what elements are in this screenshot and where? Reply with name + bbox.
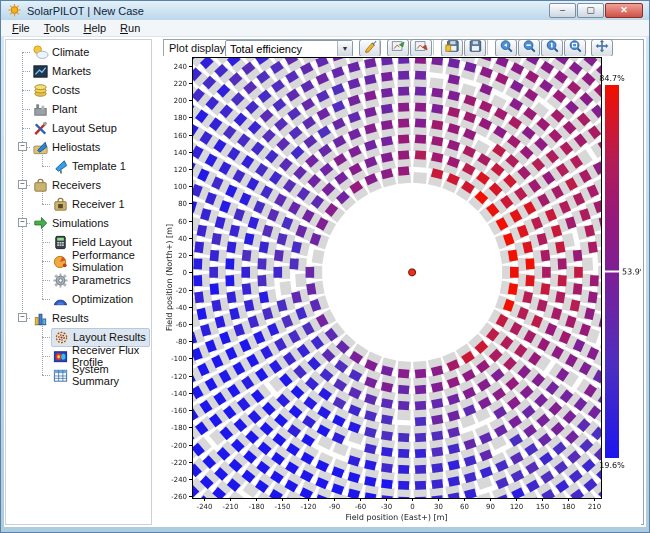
plot-toolbar: Plot display Total efficiency ▼ xyxy=(163,39,644,56)
magnifier-one-icon xyxy=(544,39,560,57)
zoom-back-button[interactable] xyxy=(495,39,517,57)
floppy-yellow-icon xyxy=(444,39,460,57)
tree-connector-line xyxy=(22,90,30,91)
sidebar-item-simulations[interactable]: Simulations xyxy=(31,214,112,232)
edit-plot-button[interactable] xyxy=(359,39,381,57)
tree-connector-line xyxy=(42,337,50,338)
titlebar[interactable]: SolarPILOT | New Case – ▢ ✕ xyxy=(1,1,649,20)
tree-connector-line xyxy=(42,229,43,299)
navigation-tree: ClimateMarketsCostsPlantLayout SetupHeli… xyxy=(5,39,152,525)
move-arrows-icon xyxy=(594,39,610,57)
field-layout-plot[interactable] xyxy=(163,56,641,525)
tree-connector-line xyxy=(22,128,30,129)
optimization-icon xyxy=(52,291,69,308)
sidebar-item-label: Heliostats xyxy=(52,141,100,153)
climate-icon xyxy=(32,44,49,61)
magnifier-left-icon xyxy=(498,39,514,57)
close-button[interactable]: ✕ xyxy=(605,3,643,18)
tree-connector-line xyxy=(42,280,50,281)
save-data-button[interactable] xyxy=(464,39,486,57)
sidebar-item-layout-setup[interactable]: Layout Setup xyxy=(31,119,120,137)
sidebar-item-receiver-1[interactable]: Receiver 1 xyxy=(51,195,128,213)
pan-button[interactable] xyxy=(591,39,613,57)
plot-type-value: Total efficiency xyxy=(226,43,337,55)
sidebar-item-label: Plant xyxy=(52,103,77,115)
menu-run[interactable]: Run xyxy=(113,21,147,35)
tree-connector-line xyxy=(42,356,50,357)
sidebar-item-label: Simulations xyxy=(52,217,109,229)
sidebar-item-template-1[interactable]: Template 1 xyxy=(51,157,129,175)
sidebar-item-results[interactable]: Results xyxy=(31,309,92,327)
sidebar-item-markets[interactable]: Markets xyxy=(31,62,94,80)
floppy-icon xyxy=(467,39,483,57)
maximize-button[interactable]: ▢ xyxy=(577,3,604,18)
sidebar-item-plant[interactable]: Plant xyxy=(31,100,80,118)
zoom-actual-button[interactable] xyxy=(541,39,563,57)
system-summary-icon xyxy=(52,367,69,384)
chevron-down-icon[interactable]: ▼ xyxy=(337,41,352,56)
sidebar-item-label: Results xyxy=(52,312,89,324)
simulations-icon xyxy=(32,215,49,232)
tree-connector-line xyxy=(42,166,50,167)
sidebar-item-label: Markets xyxy=(52,65,91,77)
sidebar-item-label: Layout Results xyxy=(73,331,146,343)
sidebar-item-label: Template 1 xyxy=(72,160,126,172)
plot-type-dropdown[interactable]: Total efficiency ▼ xyxy=(225,40,353,57)
receiver-icon xyxy=(52,196,69,213)
tree-connector-line xyxy=(22,109,30,110)
menu-help[interactable]: Help xyxy=(76,21,113,35)
minimize-button[interactable]: – xyxy=(549,3,576,18)
sidebar-item-label: Field Layout xyxy=(72,236,132,248)
toolbar-separator xyxy=(433,40,434,55)
save-image-button[interactable] xyxy=(441,39,463,57)
window-title: SolarPILOT | New Case xyxy=(27,5,144,17)
sidebar-item-optimization[interactable]: Optimization xyxy=(51,290,136,308)
tree-collapse-toggle[interactable]: − xyxy=(18,218,27,227)
sidebar-item-parametrics[interactable]: Parametrics xyxy=(51,271,134,289)
sidebar-item-label: Optimization xyxy=(72,293,133,305)
sidebar-item-receivers[interactable]: Receivers xyxy=(31,176,104,194)
sidebar-item-label: Performance Simulation xyxy=(72,249,148,273)
tree-connector-line xyxy=(22,71,30,72)
sidebar-item-system-summary[interactable]: System Summary xyxy=(51,366,151,384)
plant-icon xyxy=(32,101,49,118)
sidebar-item-costs[interactable]: Costs xyxy=(31,81,83,99)
costs-icon xyxy=(32,82,49,99)
tree-connector-line xyxy=(42,204,50,205)
tree-connector-line xyxy=(42,375,50,376)
menu-file[interactable]: File xyxy=(5,21,37,35)
tree-connector-line xyxy=(42,299,50,300)
field-layout-icon xyxy=(52,234,69,251)
tree-connector-line xyxy=(42,324,43,375)
chart-red-arrow-icon xyxy=(413,39,429,57)
sidebar-item-label: Layout Setup xyxy=(52,122,117,134)
menu-tools[interactable]: Tools xyxy=(37,21,77,35)
receivers-icon xyxy=(32,177,49,194)
toolbar-separator xyxy=(487,40,488,55)
sidebar-item-climate[interactable]: Climate xyxy=(31,43,92,61)
parametrics-icon xyxy=(52,272,69,289)
heliostats-icon xyxy=(32,139,49,156)
zoom-data-in-button[interactable] xyxy=(387,39,409,57)
sidebar-item-label: Climate xyxy=(52,46,89,58)
sidebar-item-label: Costs xyxy=(52,84,80,96)
tree-collapse-toggle[interactable]: − xyxy=(18,142,27,151)
heliostat-template-icon xyxy=(52,158,69,175)
zoom-data-out-button[interactable] xyxy=(410,39,432,57)
sidebar-item-label: Receivers xyxy=(52,179,101,191)
magnifier-box-icon xyxy=(567,39,583,57)
tree-connector-line xyxy=(22,52,30,53)
app-icon xyxy=(7,3,22,18)
tree-collapse-toggle[interactable]: − xyxy=(18,180,27,189)
sidebar-item-performance-simulation[interactable]: Performance Simulation xyxy=(51,252,151,270)
sidebar-item-label: Parametrics xyxy=(72,274,131,286)
sidebar-item-label: Receiver 1 xyxy=(72,198,125,210)
flux-profile-icon xyxy=(52,348,69,365)
zoom-window-button[interactable] xyxy=(564,39,586,57)
zoom-out-button[interactable] xyxy=(518,39,540,57)
sidebar-item-label: System Summary xyxy=(72,363,148,387)
sidebar-item-heliostats[interactable]: Heliostats xyxy=(31,138,103,156)
tree-connector-line xyxy=(42,242,50,243)
layout-results-icon xyxy=(53,329,70,346)
tree-collapse-toggle[interactable]: − xyxy=(18,313,27,322)
